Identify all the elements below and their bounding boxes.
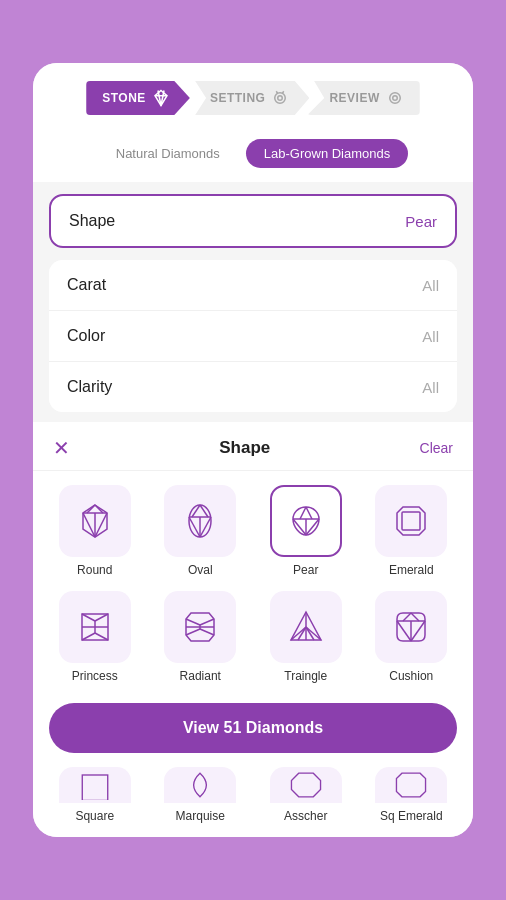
shape-asscher-label: Asscher	[284, 809, 327, 823]
filter-color-row[interactable]: Color All	[49, 311, 457, 362]
oval-diamond-icon	[178, 499, 222, 543]
step-stone[interactable]: STONE	[86, 81, 190, 115]
filter-clarity-label: Clarity	[67, 378, 112, 396]
svg-line-53	[403, 613, 411, 621]
shape-radiant-label: Radiant	[180, 669, 221, 683]
tab-natural[interactable]: Natural Diamonds	[98, 139, 238, 168]
shape-cushion[interactable]: Cushion	[364, 591, 460, 683]
shape-round-icon-box	[59, 485, 131, 557]
shape-round[interactable]: Round	[47, 485, 143, 577]
shape-emerald[interactable]: Emerald	[364, 485, 460, 577]
review-ring-icon	[386, 89, 404, 107]
princess-diamond-icon	[73, 605, 117, 649]
svg-point-4	[275, 93, 286, 104]
svg-line-34	[95, 633, 108, 640]
view-diamonds-button[interactable]: View 51 Diamonds	[49, 703, 457, 753]
shape-sq-emerald[interactable]: Sq Emerald	[364, 767, 460, 823]
shape-princess-icon-box	[59, 591, 131, 663]
shape-princess-label: Princess	[72, 669, 118, 683]
shape-round-label: Round	[77, 563, 112, 577]
shape-emerald-label: Emerald	[389, 563, 434, 577]
shape-square[interactable]: Square	[47, 767, 143, 823]
sq-emerald-icon-partial	[391, 770, 431, 800]
svg-marker-28	[397, 507, 425, 535]
filter-shape-label: Shape	[69, 212, 115, 230]
triangle-diamond-icon	[284, 605, 328, 649]
shape-pear-label: Pear	[293, 563, 318, 577]
filter-shape-value: Pear	[405, 213, 437, 230]
ring-icon	[271, 89, 289, 107]
shape-marquise[interactable]: Marquise	[153, 767, 249, 823]
emerald-diamond-icon	[389, 499, 433, 543]
shape-oval[interactable]: Oval	[153, 485, 249, 577]
shape-asscher[interactable]: Asscher	[258, 767, 354, 823]
filter-color-value: All	[422, 328, 439, 345]
shape-princess[interactable]: Princess	[47, 591, 143, 683]
svg-line-52	[411, 621, 425, 641]
close-shape-panel-button[interactable]: ✕	[53, 438, 70, 458]
shape-radiant-icon-box	[164, 591, 236, 663]
svg-line-40	[186, 629, 200, 635]
shape-cushion-label: Cushion	[389, 669, 433, 683]
shape-sq-emerald-label: Sq Emerald	[380, 809, 443, 823]
asscher-icon-partial	[286, 770, 326, 800]
svg-line-54	[411, 613, 419, 621]
shape-panel: ✕ Shape Clear Roun	[33, 422, 473, 837]
filter-carat-label: Carat	[67, 276, 106, 294]
shape-triangle-label: Traingle	[284, 669, 327, 683]
shapes-grid-bottom: Square Marquise Asscher	[33, 763, 473, 837]
clear-shape-button[interactable]: Clear	[420, 440, 453, 456]
shape-oval-icon-box	[164, 485, 236, 557]
filter-clarity-value: All	[422, 379, 439, 396]
filter-carat-row[interactable]: Carat All	[49, 260, 457, 311]
step-setting-label: SETTING	[210, 91, 266, 105]
filter-carat-value: All	[422, 277, 439, 294]
radiant-diamond-icon	[178, 605, 222, 649]
shape-sq-emerald-icon-box-partial	[375, 767, 447, 803]
svg-point-6	[389, 93, 400, 104]
step-stone-label: STONE	[102, 91, 146, 105]
svg-line-39	[200, 619, 214, 625]
svg-line-51	[397, 621, 411, 641]
shape-marquise-icon-box-partial	[164, 767, 236, 803]
diamond-icon	[152, 89, 170, 107]
main-card: STONE SETTING REVIEW	[33, 63, 473, 837]
shapes-grid-row2: Princess Radiant	[33, 587, 473, 693]
shape-pear-icon-box	[270, 485, 342, 557]
step-review[interactable]: REVIEW	[307, 81, 419, 115]
svg-line-25	[300, 507, 306, 519]
shape-radiant[interactable]: Radiant	[153, 591, 249, 683]
shape-square-label: Square	[75, 809, 114, 823]
svg-line-33	[82, 633, 95, 640]
shape-oval-label: Oval	[188, 563, 213, 577]
svg-marker-57	[291, 773, 320, 797]
shape-pear[interactable]: Pear	[258, 485, 354, 577]
svg-point-7	[392, 96, 397, 101]
svg-rect-29	[402, 512, 420, 530]
step-review-label: REVIEW	[329, 91, 379, 105]
shape-emerald-icon-box	[375, 485, 447, 557]
svg-line-32	[95, 614, 108, 621]
svg-rect-56	[82, 775, 107, 800]
step-nav: STONE SETTING REVIEW	[33, 63, 473, 129]
diamond-type-tabs: Natural Diamonds Lab-Grown Diamonds	[33, 129, 473, 182]
cushion-diamond-icon	[389, 605, 433, 649]
shape-asscher-icon-box-partial	[270, 767, 342, 803]
tab-lab-grown[interactable]: Lab-Grown Diamonds	[246, 139, 408, 168]
round-diamond-icon	[73, 499, 117, 543]
marquise-icon-partial	[180, 770, 220, 800]
filter-clarity-row[interactable]: Clarity All	[49, 362, 457, 412]
shape-cushion-icon-box	[375, 591, 447, 663]
shape-square-icon-box-partial	[59, 767, 131, 803]
svg-line-38	[186, 619, 200, 625]
shapes-grid-row1: Round Oval	[33, 471, 473, 587]
square-icon-partial	[75, 770, 115, 800]
pear-diamond-icon	[284, 499, 328, 543]
svg-point-5	[278, 96, 283, 101]
filter-shape-row[interactable]: Shape Pear	[49, 194, 457, 248]
svg-line-26	[306, 507, 312, 519]
shape-triangle[interactable]: Traingle	[258, 591, 354, 683]
svg-line-31	[82, 614, 95, 621]
step-setting[interactable]: SETTING	[188, 81, 310, 115]
filter-list: Carat All Color All Clarity All	[49, 260, 457, 412]
